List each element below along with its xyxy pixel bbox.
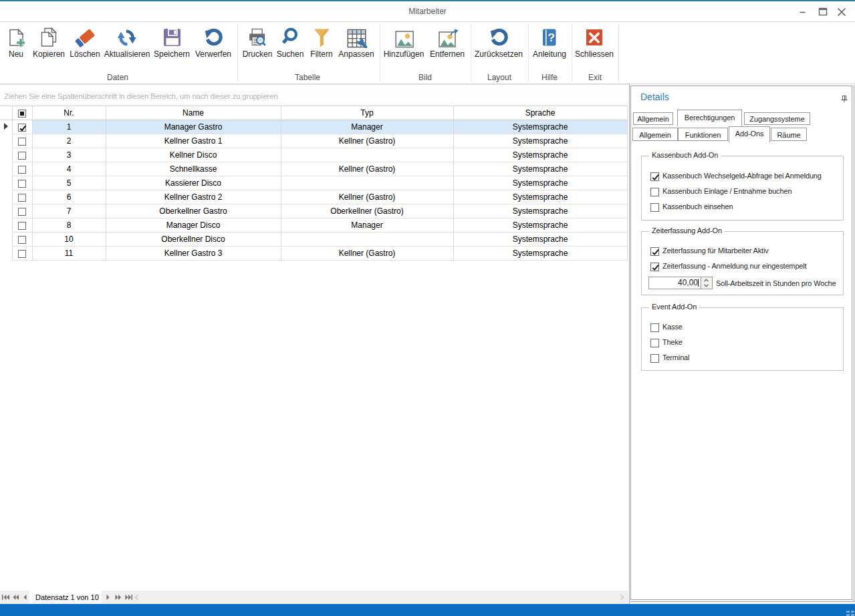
svg-text:?: ?	[548, 31, 555, 44]
